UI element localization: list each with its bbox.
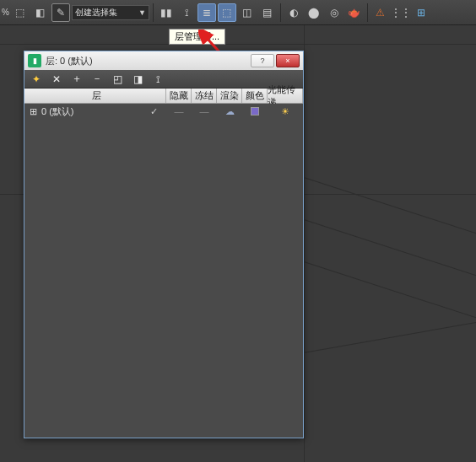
dialog-titlebar[interactable]: ▮ 层: 0 (默认) ? ×	[24, 51, 303, 70]
tooltip: 层管理器...	[169, 29, 225, 45]
freeze-cell[interactable]: —	[200, 106, 209, 116]
col-radiosity[interactable]: 光能传递	[268, 89, 303, 103]
percent-label: %	[2, 8, 9, 17]
chevron-down-icon: ▼	[138, 8, 146, 17]
new-layer-button[interactable]: ✦	[28, 72, 45, 87]
pencil-icon[interactable]: ✎	[51, 3, 70, 22]
snap-dots-icon[interactable]: ⋮⋮	[392, 3, 410, 22]
layer-row[interactable]: ⊞ 0 (默认) ✓ — — ☁ ☀	[24, 104, 303, 119]
close-button[interactable]: ×	[276, 54, 300, 67]
layer-name: 0 (默认)	[41, 105, 74, 118]
material-editor-icon[interactable]: ◐	[284, 3, 303, 22]
named-sel-icon[interactable]: ⬚	[11, 3, 30, 22]
layer-toolbar-button[interactable]: ⬚	[218, 3, 236, 22]
col-freeze[interactable]: 冻结	[192, 89, 217, 103]
expand-icon[interactable]: ⊞	[28, 106, 38, 116]
layer-manager-button[interactable]: ≣	[197, 3, 216, 22]
layer-manager-dialog: ▮ 层: 0 (默认) ? × ✦ ✕ ＋ － ◰ ◨ ⟟ 层 隐藏 冻结 渲染…	[24, 51, 304, 438]
named-sel2-icon[interactable]: ◧	[31, 3, 50, 22]
selection-set-combo[interactable]: 创建选择集 ▼	[72, 5, 149, 20]
render-cell-icon[interactable]: ☁	[225, 106, 235, 117]
highlight-layer-button[interactable]: ◨	[129, 72, 146, 87]
radiosity-bulb-icon[interactable]: ☀	[281, 106, 289, 117]
material-slot-icon[interactable]: ◎	[325, 3, 343, 22]
hide-layer-button[interactable]: ⟟	[149, 72, 166, 87]
add-to-layer-button[interactable]: ＋	[68, 72, 85, 87]
schematic-view-icon[interactable]: ▤	[258, 3, 277, 22]
col-color[interactable]: 颜色	[242, 89, 268, 103]
selection-set-value: 创建选择集	[75, 7, 117, 19]
tooltip-text: 层管理器...	[175, 31, 219, 41]
snap-grid-icon[interactable]: ⊞	[412, 3, 430, 22]
col-name[interactable]: 层	[24, 89, 166, 103]
column-headers: 层 隐藏 冻结 渲染 颜色 光能传递	[24, 89, 303, 104]
mirror-icon[interactable]: ▮▮	[157, 3, 176, 22]
align-icon[interactable]: ⟟	[177, 3, 196, 22]
current-check-icon[interactable]: ✓	[150, 106, 158, 117]
main-toolbar: % ⬚ ◧ ✎ 创建选择集 ▼ ▮▮ ⟟ ≣ ⬚ ◫ ▤ ◐ ⬤ ◎ 🫖 ⚠ ⋮…	[0, 0, 476, 25]
color-swatch[interactable]	[251, 107, 259, 116]
help-button[interactable]: ?	[251, 54, 274, 67]
app-icon: ▮	[28, 54, 41, 67]
warning-icon[interactable]: ⚠	[371, 3, 390, 22]
layer-list[interactable]: ⊞ 0 (默认) ✓ — — ☁ ☀	[24, 104, 303, 438]
material-sphere-icon[interactable]: ⬤	[305, 3, 323, 22]
select-layer-button[interactable]: ◰	[109, 72, 126, 87]
col-render[interactable]: 渲染	[217, 89, 242, 103]
render-teapot-icon[interactable]: 🫖	[345, 3, 364, 22]
curve-editor-icon[interactable]: ◫	[238, 3, 257, 22]
dialog-toolbar: ✦ ✕ ＋ － ◰ ◨ ⟟	[24, 70, 303, 89]
delete-layer-button[interactable]: ✕	[48, 72, 65, 87]
col-hide[interactable]: 隐藏	[166, 89, 192, 103]
hide-cell[interactable]: —	[175, 106, 184, 116]
dialog-title: 层: 0 (默认)	[46, 55, 93, 67]
remove-from-layer-button[interactable]: －	[89, 72, 105, 87]
